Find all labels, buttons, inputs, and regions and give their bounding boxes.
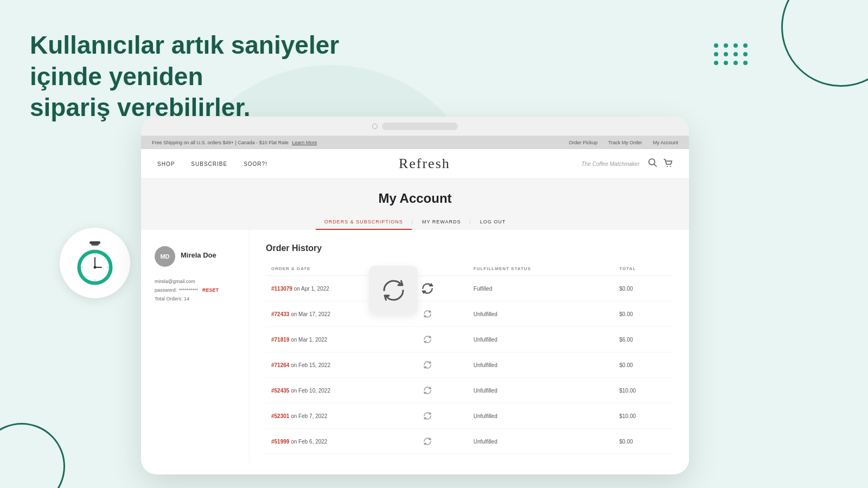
- reorder-cell: [415, 301, 468, 327]
- reorder-cell: [415, 276, 468, 301]
- fulfillment-status-cell: Unfulfilled: [468, 327, 614, 352]
- col-total: TOTAL: [614, 262, 673, 276]
- announcement-right: Order Pickup Track My Order My Account: [569, 140, 678, 145]
- order-date-cell: #52435 on Feb 10, 2022: [266, 378, 415, 403]
- user-name: Mirela Doe: [181, 251, 216, 259]
- total-cell: $0.00: [614, 276, 673, 301]
- browser-address-bar: [382, 123, 458, 130]
- order-id-link[interactable]: #51999: [271, 439, 289, 445]
- reorder-cell: [415, 352, 468, 378]
- total-cell: $10.00: [614, 403, 673, 429]
- order-id-link[interactable]: #71264: [271, 362, 289, 368]
- svg-line-13: [654, 164, 657, 167]
- order-date: on Mar 1, 2022: [291, 337, 327, 343]
- svg-point-14: [667, 166, 668, 167]
- learn-more-link[interactable]: Learn More: [292, 140, 317, 145]
- decorative-circle-bottom-left: [0, 423, 65, 488]
- reorder-button[interactable]: [420, 383, 435, 397]
- fulfillment-status-cell: Unfulfilled: [468, 301, 614, 327]
- browser-top-bar: [141, 117, 689, 136]
- main-content: MD Mirela Doe mirela@gmail.com password:…: [141, 230, 689, 463]
- user-email: mirela@gmail.com: [155, 279, 235, 284]
- order-id-link[interactable]: #52301: [271, 413, 289, 419]
- browser-circle: [372, 124, 378, 129]
- svg-point-10: [94, 266, 97, 268]
- search-icon[interactable]: [648, 158, 658, 170]
- tab-orders-subscriptions[interactable]: ORDERS & SUBSCRIPTIONS: [316, 215, 412, 230]
- order-id-link[interactable]: #113079: [271, 286, 292, 292]
- order-table: ORDER & DATE FULFILLMENT STATUS TOTAL #1…: [266, 262, 673, 454]
- reorder-overlay[interactable]: [369, 266, 418, 314]
- track-order-link[interactable]: Track My Order: [608, 140, 642, 145]
- table-row: #71264 on Feb 15, 2022 Unfulfilled $0.00: [266, 352, 673, 378]
- fulfillment-status-cell: Unfulfilled: [468, 352, 614, 378]
- table-row: #113079 on Apr 1, 2022 Fulfilled $0.00: [266, 276, 673, 301]
- site-logo[interactable]: Refresh: [399, 156, 450, 172]
- decorative-circle-top-right: [781, 0, 868, 87]
- cart-icon[interactable]: [663, 158, 673, 169]
- nav-bar: SHOP SUBSCRIBE SOOR?! Refresh The Coffee…: [141, 149, 689, 179]
- svg-rect-1: [90, 241, 100, 244]
- order-date: on Feb 15, 2022: [291, 362, 330, 368]
- nav-shop[interactable]: SHOP: [157, 161, 175, 167]
- account-tabs: ORDERS & SUBSCRIPTIONS | MY REWARDS | LO…: [141, 215, 689, 230]
- table-row: #71819 on Mar 1, 2022 Unfulfilled $6.00: [266, 327, 673, 352]
- order-pickup-link[interactable]: Order Pickup: [569, 140, 598, 145]
- table-row: #72433 on Mar 17, 2022 Unfulfilled $0.00: [266, 301, 673, 327]
- my-account-link[interactable]: My Account: [653, 140, 678, 145]
- tab-log-out[interactable]: LOG OUT: [471, 215, 515, 230]
- table-row: #51999 on Feb 6, 2022 Unfulfilled $0.00: [266, 429, 673, 454]
- total-cell: $0.00: [614, 429, 673, 454]
- reorder-cell: [415, 378, 468, 403]
- col-reorder: [415, 262, 468, 276]
- hero-heading: Kullanıcılar artık saniyeler içinde yeni…: [30, 30, 355, 124]
- fulfillment-status-cell: Unfulfilled: [468, 429, 614, 454]
- order-date-cell: #71264 on Feb 15, 2022: [266, 352, 415, 378]
- order-date-cell: #71819 on Mar 1, 2022: [266, 327, 415, 352]
- reorder-button[interactable]: [420, 281, 435, 296]
- order-date-cell: #52301 on Feb 7, 2022: [266, 403, 415, 429]
- total-cell: $0.00: [614, 301, 673, 327]
- order-history-title: Order History: [266, 243, 673, 253]
- reorder-cell: [415, 327, 468, 352]
- tagline: The Coffee Matchmaker: [582, 161, 640, 167]
- order-date: on Feb 6, 2022: [291, 439, 327, 445]
- reorder-button[interactable]: [420, 434, 435, 448]
- order-history-section: Order History ORDER & DATE FULFILLMENT S…: [250, 230, 689, 463]
- reorder-button[interactable]: [420, 307, 435, 321]
- total-cell: $10.00: [614, 378, 673, 403]
- reorder-cell: [415, 429, 468, 454]
- order-date: on Mar 17, 2022: [291, 311, 330, 317]
- reorder-button[interactable]: [420, 409, 435, 423]
- announcement-text: Free Shipping on all U.S. orders $49+ | …: [152, 140, 317, 145]
- sidebar: MD Mirela Doe mirela@gmail.com password:…: [141, 230, 250, 463]
- stopwatch-icon: [60, 228, 130, 298]
- table-row: #52435 on Feb 10, 2022 Unfulfilled $10.0…: [266, 378, 673, 403]
- nav-icons: [648, 158, 673, 170]
- reorder-button[interactable]: [420, 332, 435, 346]
- page-header: My Account ORDERS & SUBSCRIPTIONS | MY R…: [141, 179, 689, 230]
- nav-soor[interactable]: SOOR?!: [244, 161, 267, 167]
- nav-links: SHOP SUBSCRIBE SOOR?!: [157, 161, 267, 167]
- reset-password-link[interactable]: RESET: [202, 287, 219, 293]
- reorder-cell: [415, 403, 468, 429]
- order-id-link[interactable]: #71819: [271, 337, 289, 343]
- fulfillment-status-cell: Unfulfilled: [468, 403, 614, 429]
- order-date: on Apr 1, 2022: [294, 286, 329, 292]
- nav-right: The Coffee Matchmaker: [582, 158, 673, 170]
- user-avatar: MD: [155, 246, 175, 267]
- col-fulfillment: FULFILLMENT STATUS: [468, 262, 614, 276]
- user-password: password: ********** RESET: [155, 287, 235, 293]
- order-table-body: #113079 on Apr 1, 2022 Fulfilled $0.00 #…: [266, 276, 673, 454]
- nav-subscribe[interactable]: SUBSCRIBE: [191, 161, 227, 167]
- table-header-row: ORDER & DATE FULFILLMENT STATUS TOTAL: [266, 262, 673, 276]
- total-cell: $0.00: [614, 352, 673, 378]
- reorder-button[interactable]: [420, 358, 435, 372]
- tab-my-rewards[interactable]: MY REWARDS: [413, 215, 470, 230]
- page-title: My Account: [141, 191, 689, 206]
- order-id-link[interactable]: #72433: [271, 311, 289, 317]
- fulfillment-status-cell: Fulfilled: [468, 276, 614, 301]
- order-id-link[interactable]: #52435: [271, 388, 289, 394]
- total-cell: $6.00: [614, 327, 673, 352]
- fulfillment-status-cell: Unfulfilled: [468, 378, 614, 403]
